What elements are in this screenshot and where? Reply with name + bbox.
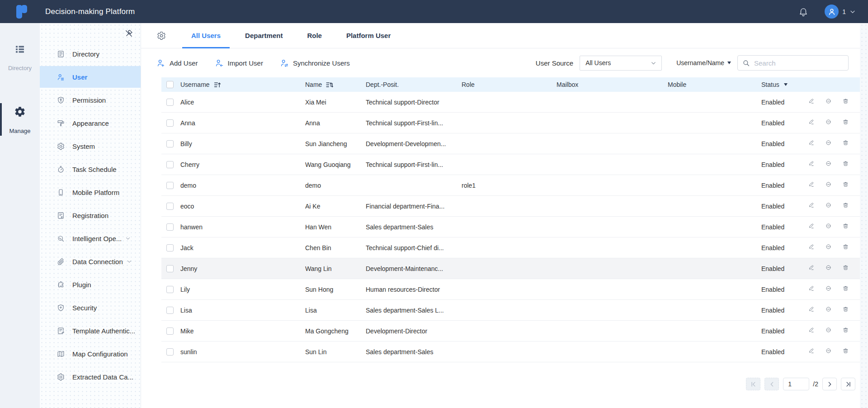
table-row[interactable]: sunlinSun LinSales department-SalesEnabl… bbox=[161, 342, 860, 362]
edit-row-button[interactable] bbox=[808, 265, 814, 273]
sidebar-item-data-connection[interactable]: Data Connection bbox=[40, 251, 141, 272]
previous-page-button[interactable] bbox=[764, 378, 779, 390]
disable-row-button[interactable] bbox=[826, 244, 831, 252]
import-user-button[interactable]: Import User bbox=[215, 59, 263, 67]
disable-row-button[interactable] bbox=[826, 161, 831, 169]
table-row[interactable]: JennyWang LinDevelopment-Maintenanc...En… bbox=[161, 258, 860, 279]
edit-row-button[interactable] bbox=[808, 348, 814, 356]
disable-row-button[interactable] bbox=[826, 119, 831, 127]
synchronize-users-button[interactable]: Synchronize Users bbox=[280, 59, 350, 67]
row-checkbox[interactable] bbox=[166, 99, 174, 106]
sort-ascending-icon[interactable] bbox=[213, 81, 221, 89]
unpin-sidebar-icon[interactable] bbox=[124, 29, 133, 38]
disable-row-button[interactable] bbox=[826, 98, 831, 106]
table-row[interactable]: demodemorole1Enabled bbox=[161, 175, 860, 196]
search-input[interactable] bbox=[754, 59, 844, 67]
row-checkbox[interactable] bbox=[166, 223, 174, 231]
tab-role[interactable]: Role bbox=[298, 23, 331, 48]
next-page-button[interactable] bbox=[822, 378, 837, 390]
row-checkbox[interactable] bbox=[166, 140, 174, 147]
disable-row-button[interactable] bbox=[826, 327, 831, 335]
sidebar-item-plugin[interactable]: Plugin bbox=[40, 274, 141, 295]
sidebar-item-template-authentic[interactable]: Template Authentic... bbox=[40, 320, 141, 342]
sidebar-item-system[interactable]: System bbox=[40, 135, 141, 157]
table-row[interactable]: LilySun HongHuman resources-DirectorEnab… bbox=[161, 279, 860, 300]
delete-row-button[interactable] bbox=[843, 244, 849, 252]
disable-row-button[interactable] bbox=[826, 223, 831, 231]
row-checkbox[interactable] bbox=[166, 161, 174, 168]
edit-row-button[interactable] bbox=[808, 202, 814, 210]
row-checkbox[interactable] bbox=[166, 182, 174, 189]
delete-row-button[interactable] bbox=[843, 119, 849, 127]
delete-row-button[interactable] bbox=[843, 306, 849, 314]
row-checkbox[interactable] bbox=[166, 244, 174, 251]
page-number-input[interactable] bbox=[783, 378, 809, 390]
table-row[interactable]: hanwenHan WenSales department-SalesEnabl… bbox=[161, 217, 860, 237]
notifications-bell-icon[interactable] bbox=[798, 7, 808, 17]
sidebar-item-intelligent-ope[interactable]: Intelligent Ope... bbox=[40, 228, 141, 249]
sidebar-item-user[interactable]: User bbox=[40, 66, 141, 88]
disable-row-button[interactable] bbox=[826, 265, 831, 273]
sidebar-item-mobile-platform[interactable]: Mobile Platform bbox=[40, 181, 141, 203]
row-checkbox[interactable] bbox=[166, 327, 174, 335]
table-row[interactable]: eocoAi KeFinancial department-Fina...Ena… bbox=[161, 196, 860, 217]
sidebar-item-permission[interactable]: Permission bbox=[40, 89, 141, 111]
disable-row-button[interactable] bbox=[826, 306, 831, 314]
delete-row-button[interactable] bbox=[843, 265, 849, 273]
row-checkbox[interactable] bbox=[166, 307, 174, 314]
sidebar-item-security[interactable]: Security bbox=[40, 297, 141, 318]
row-checkbox[interactable] bbox=[166, 203, 174, 210]
last-page-button[interactable] bbox=[841, 378, 855, 390]
row-checkbox[interactable] bbox=[166, 286, 174, 293]
row-checkbox[interactable] bbox=[166, 119, 174, 127]
chevron-down-icon[interactable] bbox=[849, 8, 856, 15]
add-user-button[interactable]: Add User bbox=[157, 59, 198, 67]
delete-row-button[interactable] bbox=[843, 223, 849, 231]
edit-row-button[interactable] bbox=[808, 119, 814, 127]
user-source-select[interactable]: All Users bbox=[580, 56, 662, 71]
disable-row-button[interactable] bbox=[826, 348, 831, 356]
status-filter-icon[interactable] bbox=[784, 83, 788, 86]
edit-row-button[interactable] bbox=[808, 306, 814, 314]
sidebar-item-directory[interactable]: Directory bbox=[40, 43, 141, 65]
delete-row-button[interactable] bbox=[843, 327, 849, 335]
delete-row-button[interactable] bbox=[843, 140, 849, 148]
edit-row-button[interactable] bbox=[808, 161, 814, 169]
disable-row-button[interactable] bbox=[826, 202, 831, 210]
tab-all-users[interactable]: All Users bbox=[182, 23, 230, 48]
table-row[interactable]: CherryWang GuoqiangTechnical support-Fir… bbox=[161, 154, 860, 175]
tab-department[interactable]: Department bbox=[236, 23, 292, 48]
table-row[interactable]: LisaLisaSales department-Sales L...Enabl… bbox=[161, 300, 860, 321]
disable-row-button[interactable] bbox=[826, 181, 831, 190]
delete-row-button[interactable] bbox=[843, 202, 849, 210]
sort-both-icon[interactable] bbox=[326, 81, 333, 89]
table-row[interactable]: JackChen BinTechnical support-Chief di..… bbox=[161, 237, 860, 258]
sidebar-item-task-schedule[interactable]: Task Schedule bbox=[40, 158, 141, 180]
sidebar-item-map-configuration[interactable]: Map Configuration bbox=[40, 343, 141, 365]
table-row[interactable]: BillySun JianchengDevelopment-Developmen… bbox=[161, 133, 860, 154]
table-row[interactable]: AnnaAnnaTechnical support-First-lin...En… bbox=[161, 113, 860, 133]
edit-row-button[interactable] bbox=[808, 98, 814, 106]
sidebar-item-appearance[interactable]: Appearance bbox=[40, 112, 141, 134]
delete-row-button[interactable] bbox=[843, 348, 849, 356]
user-avatar[interactable] bbox=[825, 5, 839, 19]
table-row[interactable]: AliceXia MeiTechnical support-DirectorEn… bbox=[161, 92, 860, 113]
delete-row-button[interactable] bbox=[843, 285, 849, 294]
tab-settings-gear-icon[interactable] bbox=[157, 31, 166, 40]
sidebar-item-registration[interactable]: Registration bbox=[40, 204, 141, 226]
edit-row-button[interactable] bbox=[808, 327, 814, 335]
edit-row-button[interactable] bbox=[808, 285, 814, 294]
delete-row-button[interactable] bbox=[843, 181, 849, 190]
disable-row-button[interactable] bbox=[826, 140, 831, 148]
edit-row-button[interactable] bbox=[808, 223, 814, 231]
edit-row-button[interactable] bbox=[808, 244, 814, 252]
tab-platform-user[interactable]: Platform User bbox=[337, 23, 400, 48]
disable-row-button[interactable] bbox=[826, 285, 831, 294]
delete-row-button[interactable] bbox=[843, 98, 849, 106]
delete-row-button[interactable] bbox=[843, 161, 849, 169]
search-category-dropdown[interactable]: Username/Name bbox=[676, 59, 731, 66]
row-checkbox[interactable] bbox=[166, 348, 174, 356]
rail-item-directory[interactable]: Directory bbox=[0, 44, 40, 71]
sidebar-item-extracted-data-ca[interactable]: Extracted Data Ca... bbox=[40, 366, 141, 388]
edit-row-button[interactable] bbox=[808, 140, 814, 148]
